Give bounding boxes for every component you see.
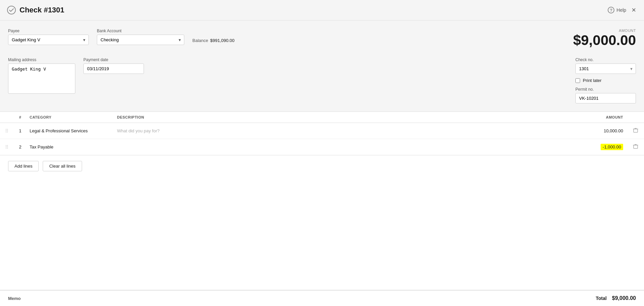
check-modal: Check #1301 ? Help × Payee Gadget King V… — [0, 0, 644, 306]
balance-display: Balance $991,090.00 — [192, 29, 234, 43]
header-left: Check #1301 — [7, 5, 64, 15]
th-hash: # — [13, 115, 27, 119]
balance-label: Balance — [192, 38, 208, 43]
amount-value: $9,000.00 — [573, 33, 636, 48]
svg-rect-1 — [634, 129, 638, 132]
th-category: CATEGORY — [27, 115, 114, 119]
th-drag — [0, 115, 13, 119]
row-num-1: 1 — [13, 126, 27, 136]
table-row: ⠿ 1 Legal & Professional Services What d… — [0, 123, 644, 139]
payment-date-label: Payment date — [83, 57, 144, 62]
check-no-arrow-icon: ▼ — [630, 67, 633, 71]
drag-handle-1[interactable]: ⠿ — [0, 128, 13, 134]
action-row: Add lines Clear all lines — [0, 155, 644, 177]
check-icon — [7, 5, 16, 15]
payee-label: Payee — [8, 29, 89, 33]
right-fields: Check no. ▼ Print later Permit no. — [575, 57, 636, 103]
drag-handle-2[interactable]: ⠿ — [0, 144, 13, 150]
header-right: ? Help × — [608, 6, 636, 14]
check-no-label: Check no. — [575, 57, 636, 62]
th-actions — [627, 115, 644, 119]
form-section: Payee Gadget King V ▼ Bank Account Check… — [0, 20, 644, 112]
svg-rect-2 — [634, 145, 638, 148]
amount-cell-1[interactable]: 10,000.00 — [580, 128, 627, 133]
check-no-group: Check no. ▼ — [575, 57, 636, 74]
payment-date-input[interactable] — [83, 63, 144, 74]
th-amount: AMOUNT — [580, 115, 627, 119]
memo-label: Memo — [8, 296, 21, 301]
description-cell-1[interactable]: What did you pay for? — [114, 126, 580, 136]
payee-group: Payee Gadget King V ▼ — [8, 29, 89, 45]
mailing-address-label: Mailing address — [8, 57, 75, 62]
bank-account-select[interactable]: Checking — [97, 35, 184, 45]
svg-point-0 — [7, 6, 15, 14]
modal-header: Check #1301 ? Help × — [0, 0, 644, 20]
total-label: Total — [596, 296, 606, 301]
th-description: DESCRIPTION — [114, 115, 580, 119]
amount-display: AMOUNT $9,000.00 — [573, 29, 636, 48]
table-section: # CATEGORY DESCRIPTION AMOUNT ⠿ 1 Legal … — [0, 112, 644, 290]
check-no-input[interactable] — [575, 63, 636, 74]
bank-account-select-wrapper: Checking ▼ — [97, 35, 184, 45]
category-cell-1[interactable]: Legal & Professional Services — [27, 126, 114, 136]
footer-total: Total $9,000.00 — [596, 295, 636, 301]
delete-cell-2 — [627, 142, 644, 152]
permit-no-label: Permit no. — [575, 87, 636, 92]
permit-no-group: Permit no. — [575, 87, 636, 103]
print-later-checkbox[interactable] — [575, 78, 580, 83]
form-row-1: Payee Gadget King V ▼ Bank Account Check… — [8, 29, 636, 48]
mailing-address-field[interactable]: Gadget King V — [8, 63, 75, 94]
row-num-2: 2 — [13, 142, 27, 152]
form-row-2: Mailing address Gadget King V Payment da… — [8, 57, 636, 103]
page-title: Check #1301 — [20, 6, 64, 14]
permit-no-input[interactable] — [575, 93, 636, 103]
delete-row-2-button[interactable] — [632, 142, 640, 152]
print-later-row: Print later — [575, 78, 636, 83]
payee-select-wrapper: Gadget King V ▼ — [8, 35, 89, 45]
check-no-input-wrapper: ▼ — [575, 63, 636, 74]
bank-account-label: Bank Account — [97, 29, 184, 33]
add-lines-button[interactable]: Add lines — [8, 161, 39, 171]
amount-cell-2[interactable]: -1,000.00 — [580, 144, 627, 149]
footer: Memo Total $9,000.00 — [0, 290, 644, 306]
help-label: Help — [616, 7, 626, 13]
close-button[interactable]: × — [632, 6, 636, 14]
total-value: $9,000.00 — [612, 295, 636, 301]
delete-row-1-button[interactable] — [632, 126, 640, 136]
help-button[interactable]: ? Help — [608, 7, 626, 13]
help-icon: ? — [608, 7, 614, 13]
payee-select[interactable]: Gadget King V — [8, 35, 89, 45]
category-cell-2[interactable]: Tax Payable — [27, 142, 114, 152]
description-cell-2[interactable] — [114, 144, 580, 150]
table-row: ⠿ 2 Tax Payable -1,000.00 — [0, 139, 644, 155]
payment-date-group: Payment date — [83, 57, 144, 74]
print-later-label: Print later — [583, 78, 602, 83]
mailing-address-group: Mailing address Gadget King V — [8, 57, 75, 94]
clear-all-lines-button[interactable]: Clear all lines — [43, 161, 82, 171]
delete-cell-1 — [627, 126, 644, 136]
highlighted-amount: -1,000.00 — [601, 144, 623, 150]
bank-account-group: Bank Account Checking ▼ — [97, 29, 184, 45]
table-header: # CATEGORY DESCRIPTION AMOUNT — [0, 112, 644, 123]
balance-value: $991,090.00 — [210, 38, 234, 43]
